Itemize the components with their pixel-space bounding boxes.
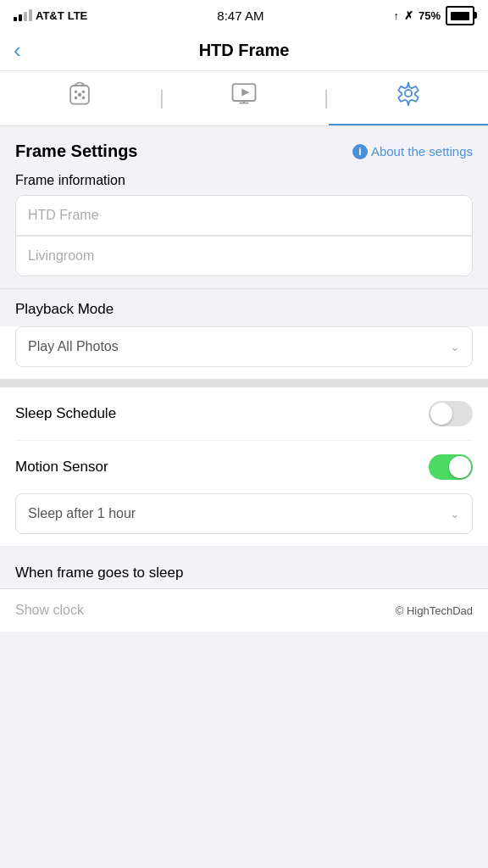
frame-info-label: Frame information — [15, 173, 125, 187]
frame-settings-title: Frame Settings — [15, 142, 137, 161]
toggle-section: Sleep Schedule Motion Sensor — [0, 387, 488, 493]
battery-icon — [446, 6, 474, 25]
carrier-label: AT&T — [36, 9, 64, 22]
sleep-schedule-toggle[interactable] — [429, 401, 473, 426]
sleep-chevron-down-icon: ⌄ — [450, 507, 460, 520]
frame-location-input[interactable] — [28, 248, 460, 264]
frame-name-input[interactable] — [28, 208, 460, 223]
svg-point-2 — [82, 90, 86, 93]
tab-bar: | | — [0, 71, 488, 126]
info-icon: i — [352, 144, 368, 159]
chevron-down-icon: ⌄ — [450, 340, 460, 353]
remote-icon — [64, 78, 95, 115]
svg-point-4 — [82, 97, 86, 100]
sleep-after-dropdown[interactable]: Sleep after 1 hour ⌄ — [15, 493, 473, 534]
playback-mode-dropdown-wrap: Play All Photos ⌄ — [0, 326, 488, 379]
watermark-label: © HighTechDad — [396, 604, 473, 617]
tab-remote[interactable] — [0, 78, 159, 125]
show-clock-label: Show clock — [15, 603, 84, 618]
motion-sensor-toggle[interactable] — [429, 454, 473, 480]
sleep-after-value: Sleep after 1 hour — [28, 506, 136, 521]
sleep-schedule-row: Sleep Schedule — [15, 387, 473, 441]
status-bar: AT&T LTE 8:47 AM ↑ ✗ 75% — [0, 0, 488, 31]
motion-sensor-label: Motion Sensor — [15, 459, 108, 476]
about-settings-label: About the settings — [371, 144, 473, 159]
network-type-label: LTE — [68, 9, 88, 22]
bluetooth-icon: ✗ — [404, 9, 413, 22]
toggle-knob — [430, 403, 452, 425]
nav-bar: ‹ HTD Frame — [0, 31, 488, 71]
status-right: ↑ ✗ 75% — [393, 6, 474, 25]
status-left: AT&T LTE — [14, 9, 87, 22]
playback-mode-dropdown[interactable]: Play All Photos ⌄ — [15, 326, 473, 367]
frame-location-input-wrap — [16, 236, 472, 275]
settings-icon — [393, 78, 424, 115]
playback-mode-value: Play All Photos — [28, 339, 119, 354]
svg-marker-7 — [241, 89, 249, 97]
svg-point-3 — [75, 97, 78, 100]
battery-label: 75% — [419, 9, 441, 22]
back-button[interactable]: ‹ — [14, 37, 21, 64]
slideshow-icon — [229, 78, 259, 115]
about-settings-link[interactable]: i About the settings — [352, 144, 473, 159]
tab-settings[interactable] — [329, 78, 488, 125]
location-icon: ↑ — [393, 9, 399, 22]
time-label: 8:47 AM — [217, 8, 263, 23]
frame-settings-header: Frame Settings i About the settings — [0, 126, 488, 170]
svg-point-1 — [75, 90, 78, 93]
frame-name-input-wrap — [16, 196, 472, 236]
signal-icon — [14, 9, 32, 21]
toggle-knob-motion — [449, 456, 471, 478]
tab-slideshow[interactable] — [164, 78, 324, 125]
motion-sensor-row: Motion Sensor — [15, 441, 473, 493]
svg-point-10 — [405, 90, 412, 97]
playback-mode-label: Playback Mode — [15, 301, 114, 317]
sleep-schedule-label: Sleep Schedule — [15, 405, 116, 422]
svg-point-5 — [78, 93, 82, 97]
when-frame-sleeps-label: When frame goes to sleep — [15, 565, 183, 581]
nav-title: HTD Frame — [199, 41, 290, 60]
show-clock-row: Show clock © HighTechDad — [0, 588, 488, 632]
